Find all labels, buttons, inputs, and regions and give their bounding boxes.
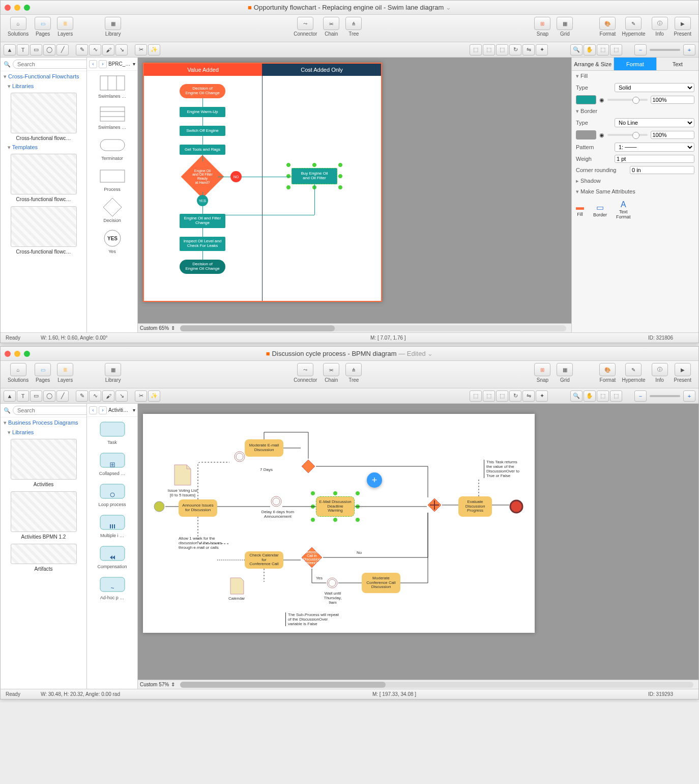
node-switchoff[interactable]: Switch Off Engine <box>180 126 225 136</box>
pointer-tool[interactable]: ▲ <box>4 44 16 55</box>
pen-tool[interactable]: ✎ <box>76 44 88 55</box>
grid-button[interactable]: ▦Grid <box>557 17 573 37</box>
rotate-tool[interactable]: ↻ <box>509 44 521 55</box>
section-bpd[interactable]: Business Process Diagrams <box>1 417 86 428</box>
node-ready-decision[interactable]: Engine Oil and Oil Filter Ready at Hand? <box>187 161 218 192</box>
format-button[interactable]: 🎨Format <box>599 17 616 37</box>
zoom-slider[interactable] <box>650 49 680 51</box>
pan-tool[interactable]: ✋ <box>584 44 596 55</box>
section-cross-functional[interactable]: Cross-Functional Flowcharts <box>1 71 86 82</box>
grid-button[interactable]: ▦Grid <box>557 363 573 383</box>
shapes-crumb[interactable]: Activiti… <box>108 407 131 413</box>
hypernote-button[interactable]: ✎Hypernote <box>622 17 645 37</box>
settings-tool[interactable]: ✦ <box>536 390 548 402</box>
shape-process[interactable]: Process <box>87 164 137 195</box>
shape-collapsed[interactable]: Collapsed … <box>87 448 137 479</box>
same-fill-button[interactable]: ▬Fill <box>576 203 584 217</box>
align-tool[interactable]: ⬚ <box>470 390 482 402</box>
align-tool[interactable]: ⬚ <box>470 44 482 55</box>
node-no[interactable]: NO <box>230 171 242 182</box>
pen-tool[interactable]: ✎ <box>76 390 88 402</box>
shape-task[interactable]: Task <box>87 417 137 448</box>
actual-tool[interactable]: ⬚ <box>610 44 622 55</box>
hypernote-button[interactable]: ✎Hypernote <box>622 363 645 383</box>
border-type-select[interactable]: No Line <box>615 118 694 127</box>
close-icon[interactable] <box>5 5 11 11</box>
start-event[interactable] <box>153 500 165 513</box>
info-button[interactable]: ⓘInfo <box>652 363 668 383</box>
connector-button[interactable]: ⤳Connector <box>294 17 317 37</box>
same-text-button[interactable]: AText Format <box>616 200 631 219</box>
calendar-icon[interactable] <box>229 577 245 595</box>
style-tool[interactable]: ✨ <box>148 390 160 402</box>
ellipse-tool[interactable]: ◯ <box>43 390 55 402</box>
fit-tool[interactable]: ⬚ <box>597 44 609 55</box>
eraser-tool[interactable]: ✂ <box>135 44 147 55</box>
brush-tool[interactable]: 🖌 <box>102 390 114 402</box>
group-tool[interactable]: ⬚ <box>496 44 508 55</box>
shape-swimlanes-h[interactable]: Swimlanes … <box>87 102 137 133</box>
shape-terminator[interactable]: Terminator <box>87 133 137 164</box>
template-item[interactable]: Cross-functional flowc… <box>1 204 86 257</box>
tab-format[interactable]: Format <box>614 58 656 70</box>
back-icon[interactable]: ‹ <box>89 406 97 414</box>
zoom-icon[interactable] <box>24 5 30 11</box>
task-check-calendar[interactable]: Check Calendar for Conference Call <box>245 551 283 569</box>
node-start[interactable]: Decision of Engine Oil Change <box>180 84 225 98</box>
chain-button[interactable]: ⫘Chain <box>323 17 339 37</box>
end-event[interactable] <box>509 499 523 514</box>
flip-tool[interactable]: ⇋ <box>522 390 535 402</box>
connector-tool[interactable]: ↘ <box>115 44 128 55</box>
group-tool[interactable]: ⬚ <box>496 390 508 402</box>
node-inspect[interactable]: Inspect Oil Level and Check For Leaks <box>180 237 225 251</box>
h-scrollbar[interactable] <box>180 325 566 331</box>
node-tools[interactable]: Get Tools and Rags <box>180 145 225 155</box>
expand-icon[interactable]: ▾ <box>133 407 135 413</box>
node-end[interactable]: Decision of Engine Oil Change <box>180 260 225 274</box>
connector-button[interactable]: ⤳Connector <box>294 363 317 383</box>
rect-tool[interactable]: ▭ <box>30 390 42 402</box>
library-button[interactable]: ▦Library <box>105 363 121 383</box>
text-tool[interactable]: T <box>17 390 29 402</box>
shadow-section[interactable]: Shadow <box>572 176 698 186</box>
info-button[interactable]: ⓘInfo <box>652 17 668 37</box>
fit-tool[interactable]: ⬚ <box>597 390 609 402</box>
task-moderate-call[interactable]: Moderate Conference Call Discussion <box>362 573 400 593</box>
corner-input[interactable] <box>630 166 694 174</box>
color-picker-icon[interactable]: ◉ <box>599 132 604 138</box>
connector-tool[interactable]: ↘ <box>115 390 128 402</box>
task-announce[interactable]: Announce Issues for Discussion <box>179 499 217 517</box>
border-opacity-slider[interactable] <box>607 134 648 136</box>
settings-tool[interactable]: ✦ <box>536 44 548 55</box>
curve-tool[interactable]: ∿ <box>89 44 101 55</box>
shape-compensation[interactable]: Compensation <box>87 541 137 572</box>
task-evaluate[interactable]: Evaluate Discussion Progress <box>458 496 492 517</box>
flip-tool[interactable]: ⇋ <box>522 44 535 55</box>
fill-section[interactable]: Fill <box>572 71 698 81</box>
tab-arrange[interactable]: Arrange & Size <box>572 58 614 70</box>
node-warmup[interactable]: Engine Warm-Up <box>180 107 225 117</box>
gateway-parallel[interactable] <box>427 497 442 513</box>
shape-swimlanes[interactable]: Swimlanes … <box>87 71 137 102</box>
node-change[interactable]: Engine Oil and Filter Change <box>180 214 225 228</box>
zoom-in-icon[interactable]: + <box>683 44 695 55</box>
lib-item[interactable]: Cross-functional flowc… <box>1 91 86 143</box>
zoom-in-icon[interactable]: + <box>683 390 695 402</box>
snap-button[interactable]: ⊞Snap <box>534 17 550 37</box>
shapes-crumb[interactable]: BPRC_… <box>108 61 131 67</box>
border-color[interactable] <box>576 130 596 139</box>
forward-icon[interactable]: › <box>99 60 107 68</box>
color-picker-icon[interactable]: ◉ <box>599 97 604 103</box>
actual-tool[interactable]: ⬚ <box>610 390 622 402</box>
pointer-tool[interactable]: ▲ <box>4 390 16 402</box>
task-moderate-email[interactable]: Moderate E-mail Discussion <box>245 439 283 457</box>
solutions-button[interactable]: ⌂Solutions <box>8 17 28 37</box>
pages-button[interactable]: ▭Pages <box>35 363 51 383</box>
lib-activities-12[interactable]: Activities BPMN 1.2 <box>1 489 86 542</box>
text-tool[interactable]: T <box>17 44 29 55</box>
search-input[interactable] <box>13 406 87 415</box>
snap-button[interactable]: ⊞Snap <box>534 363 550 383</box>
rect-tool[interactable]: ▭ <box>30 44 42 55</box>
style-tool[interactable]: ✨ <box>148 44 160 55</box>
canvas[interactable]: Issue Voting List [0 to 5 Issues] Announ… <box>138 404 698 689</box>
